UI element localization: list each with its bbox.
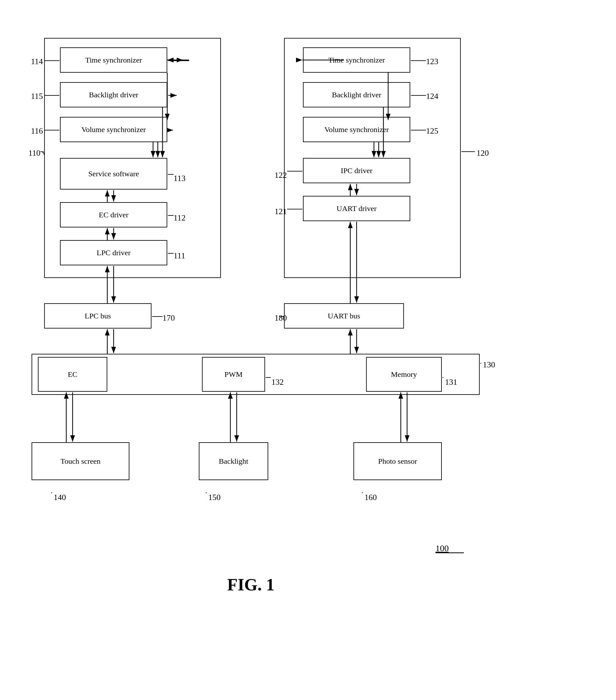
time-synchronizer-right: Time synchronizer xyxy=(303,47,410,73)
touch-screen-box: Touch screen xyxy=(31,442,129,480)
backlight-driver-right: Backlight driver xyxy=(303,82,410,108)
label-112: 112 xyxy=(174,213,185,223)
time-synchronizer-left: Time synchronizer xyxy=(60,47,167,73)
label-150: 150 xyxy=(208,493,221,502)
uart-bus-box: UART bus xyxy=(284,303,404,328)
label-121: 121 xyxy=(274,207,287,216)
label-131: 131 xyxy=(445,377,457,387)
volume-synchronizer-left: Volume synchronizer xyxy=(60,117,167,142)
backlight-box: Backlight xyxy=(199,442,268,480)
fig-1-label: FIG. 1 xyxy=(227,575,274,595)
label-115: 115 xyxy=(31,91,43,101)
label-140: 140 xyxy=(54,493,66,502)
label-180: 180 xyxy=(274,313,287,323)
label-130: 130 xyxy=(483,360,495,370)
label-114: 114 xyxy=(31,57,43,66)
label-122: 122 xyxy=(274,171,287,180)
ec-inner-box: EC xyxy=(38,357,107,392)
label-111: 111 xyxy=(174,251,185,261)
volume-synchronizer-right: Volume synchronizer xyxy=(303,117,410,142)
backlight-driver-left: Backlight driver xyxy=(60,82,167,108)
label-116: 116 xyxy=(31,126,43,136)
label-100: 100 xyxy=(436,543,449,553)
label-120: 120 xyxy=(476,149,489,158)
label-125: 125 xyxy=(426,126,438,136)
uart-driver-box: UART driver xyxy=(303,196,410,221)
diagram-container: Time synchronizer Backlight driver Volum… xyxy=(13,13,603,676)
ec-driver-box: EC driver xyxy=(60,202,167,227)
label-124: 124 xyxy=(426,91,438,101)
label-170: 170 xyxy=(163,313,175,323)
label-123: 123 xyxy=(426,57,438,66)
label-132: 132 xyxy=(271,377,284,387)
service-software-box: Service software xyxy=(60,158,167,189)
lpc-driver-box: LPC driver xyxy=(60,240,167,265)
label-113: 113 xyxy=(174,174,185,183)
memory-box: Memory xyxy=(366,357,442,392)
lpc-bus-box: LPC bus xyxy=(44,303,152,328)
label-110: 110 xyxy=(28,149,40,158)
photo-sensor-box: Photo sensor xyxy=(354,442,442,480)
label-160: 160 xyxy=(364,493,377,502)
pwm-box: PWM xyxy=(202,357,265,392)
ipc-driver-box: IPC driver xyxy=(303,158,410,183)
